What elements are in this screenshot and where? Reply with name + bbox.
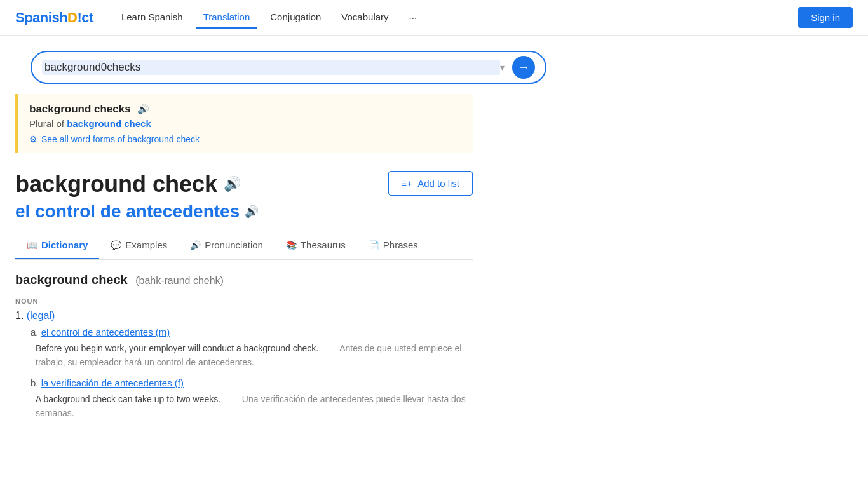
search-input[interactable]: [42, 60, 500, 75]
dict-word: background check: [15, 273, 128, 287]
search-button[interactable]: →: [512, 56, 535, 79]
logo-sh: sh: [51, 10, 67, 25]
logo-ict: !ct: [77, 10, 93, 25]
word-forms-icon: ⚙: [29, 134, 37, 144]
def-context[interactable]: (legal): [27, 310, 55, 321]
logo-text: Spani: [15, 10, 51, 25]
tab-examples-label: Examples: [125, 240, 167, 250]
def-num: 1.: [15, 310, 24, 321]
tab-pronunciation[interactable]: 🔊 Pronunciation: [179, 232, 275, 259]
main-content: ▾ → background checks 🔊 Plural of backgr…: [0, 36, 868, 441]
def-letter-a: a. el control de antecedentes (m): [31, 327, 473, 337]
definition-1: 1. (legal): [15, 310, 473, 322]
logo-d: D: [67, 10, 77, 25]
tabs-bar: 📖 Dictionary 💬 Examples 🔊 Pronunciation …: [15, 232, 473, 260]
def-translation-a[interactable]: el control de antecedentes (m): [41, 327, 170, 337]
suggestion-forms[interactable]: ⚙ See all word forms of background check: [29, 134, 461, 144]
main-nav: Learn Spanish Translation Conjugation Vo…: [114, 6, 798, 29]
word-forms-label[interactable]: See all word forms of background check: [41, 134, 200, 144]
tab-examples[interactable]: 💬 Examples: [99, 232, 179, 259]
search-box: ▾ →: [31, 51, 546, 84]
tab-thesaurus-label: Thesaurus: [301, 240, 346, 250]
example-en-a: Before you begin work, your employer wil…: [36, 343, 318, 353]
def-letter-b-label: b.: [31, 377, 39, 388]
search-container: ▾ →: [15, 36, 562, 84]
word-title-group: background check 🔊 el control de anteced…: [15, 171, 259, 222]
add-to-list-icon: ≡+: [402, 178, 413, 189]
thesaurus-tab-icon: 📚: [286, 240, 297, 250]
definition-sub-a: a. el control de antecedentes (m) Before…: [31, 327, 473, 370]
chevron-down-icon[interactable]: ▾: [500, 62, 505, 72]
def-translation-b[interactable]: la verificación de antecedentes (f): [41, 377, 184, 388]
add-to-list-button[interactable]: ≡+ Add to list: [388, 171, 473, 196]
nav-conjugation[interactable]: Conjugation: [262, 6, 329, 29]
logo[interactable]: SpanishD!ct: [15, 10, 93, 26]
sound-icon-main[interactable]: 🔊: [224, 176, 241, 193]
suggestion-plural: Plural of background check: [29, 118, 461, 129]
def-letter-a-label: a.: [31, 327, 39, 337]
suggestion-word: background checks: [29, 103, 131, 115]
separator-b: —: [227, 394, 236, 404]
tab-phrases[interactable]: 📄 Phrases: [357, 232, 430, 259]
dictionary-content: background check (bahk-raund chehk) NOUN…: [15, 260, 473, 441]
tab-thesaurus[interactable]: 📚 Thesaurus: [275, 232, 357, 259]
header: SpanishD!ct Learn Spanish Translation Co…: [0, 0, 868, 36]
tab-phrases-label: Phrases: [383, 240, 418, 250]
nav-learn-spanish[interactable]: Learn Spanish: [114, 6, 191, 29]
suggestion-word-line: background checks 🔊: [29, 103, 461, 116]
tab-pronunciation-label: Pronunciation: [205, 240, 263, 250]
tab-dictionary[interactable]: 📖 Dictionary: [15, 232, 99, 259]
dictionary-tab-icon: 📖: [27, 240, 37, 250]
nav-more[interactable]: ···: [402, 7, 425, 28]
translation-line: el control de antecedentes 🔊: [15, 201, 259, 222]
suggestion-box: background checks 🔊 Plural of background…: [15, 94, 473, 153]
example-en-b: A background check can take up to two we…: [36, 394, 220, 404]
phrases-tab-icon: 📄: [369, 240, 379, 250]
translation-text: el control de antecedentes: [15, 201, 240, 222]
tab-dictionary-label: Dictionary: [41, 240, 88, 250]
sound-icon-suggestion[interactable]: 🔊: [137, 104, 149, 115]
def-letter-b: b. la verificación de antecedentes (f): [31, 377, 473, 388]
add-to-list-label: Add to list: [417, 178, 459, 189]
example-sentence-b: A background check can take up to two we…: [31, 392, 473, 421]
pronunciation-tab-icon: 🔊: [190, 240, 201, 250]
word-phonetic-line: background check (bahk-raund chehk): [15, 273, 473, 287]
plural-link[interactable]: background check: [67, 118, 151, 129]
signin-button[interactable]: Sign in: [798, 7, 853, 28]
pos-label: NOUN: [15, 297, 473, 305]
nav-vocabulary[interactable]: Vocabulary: [334, 6, 396, 29]
nav-translation[interactable]: Translation: [196, 6, 258, 29]
examples-tab-icon: 💬: [111, 240, 121, 250]
dict-phonetic: (bahk-raund chehk): [135, 275, 224, 286]
sound-icon-translation[interactable]: 🔊: [245, 205, 259, 219]
plural-label: Plural of: [29, 118, 64, 129]
example-sentence-a: Before you begin work, your employer wil…: [31, 341, 473, 370]
separator-a: —: [325, 343, 334, 353]
word-title: background check: [15, 171, 217, 198]
word-header: background check 🔊 el control de anteced…: [15, 171, 473, 222]
definition-sub-b: b. la verificación de antecedentes (f) A…: [31, 377, 473, 421]
